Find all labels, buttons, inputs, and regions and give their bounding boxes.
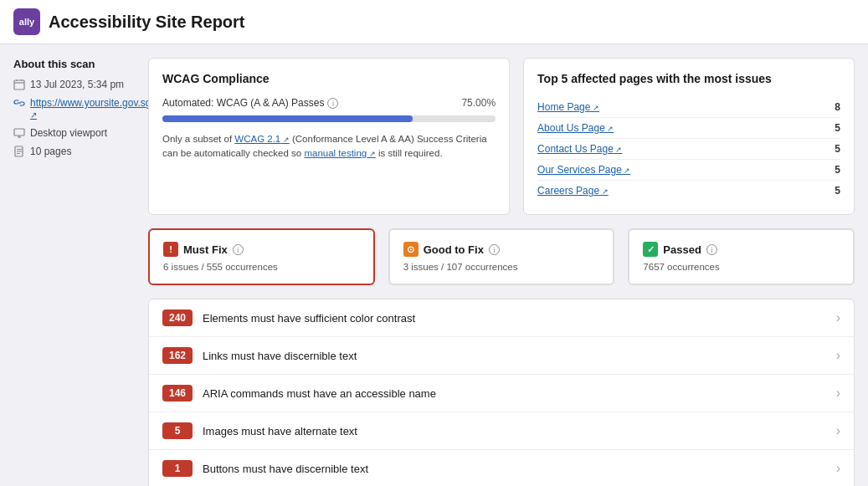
cat-icon-passed: ✓ (643, 242, 658, 257)
cat-info-icon-must-fix: i (233, 244, 244, 255)
issue-badge-2: 146 (162, 385, 193, 402)
page-row: Home Page8 (537, 97, 840, 118)
progress-bar-background (162, 115, 496, 122)
issue-row-0[interactable]: 240 Elements must have sufficient color … (149, 299, 854, 337)
progress-bar-fill (162, 115, 413, 122)
page-row: Careers Page5 (537, 181, 840, 201)
category-panel-must-fix[interactable]: ! Must Fix i 6 issues / 555 occurrences (148, 228, 375, 285)
page-count: 5 (835, 122, 840, 134)
cat-header: ⊙ Good to Fix i (403, 242, 600, 257)
wcag-panel-title: WCAG Compliance (162, 72, 496, 85)
cat-subtitle-passed: 7657 occurrences (643, 262, 840, 272)
monitor-icon (13, 127, 25, 139)
page-link[interactable]: Careers Page (537, 185, 609, 197)
page-count: 5 (835, 143, 840, 155)
main-layout: About this scan 13 Jul 2023, 5:34 pm (0, 44, 868, 486)
page-link[interactable]: Our Services Page (537, 164, 630, 176)
category-panels: ! Must Fix i 6 issues / 555 occurrences … (148, 228, 855, 285)
issue-row-2[interactable]: 146 ARIA commands must have an accessibl… (149, 375, 854, 412)
issue-text-4: Buttons must have discernible text (203, 463, 826, 475)
chevron-right-icon-0: › (836, 310, 840, 325)
page-row: About Us Page5 (537, 118, 840, 139)
cat-title-good-to-fix: Good to Fix (424, 243, 484, 256)
issue-badge-3: 5 (162, 422, 193, 439)
issue-row-1[interactable]: 162 Links must have discernible text › (149, 337, 854, 375)
category-panel-good-to-fix[interactable]: ⊙ Good to Fix i 3 issues / 107 occurrenc… (388, 228, 615, 285)
page-count: 8 (835, 101, 840, 113)
cat-title-passed: Passed (663, 243, 701, 256)
manual-testing-link[interactable]: manual testing (304, 148, 375, 158)
issue-badge-4: 1 (162, 460, 193, 477)
page-link[interactable]: About Us Page (537, 122, 614, 134)
doc-icon (13, 146, 25, 157)
chevron-right-icon-4: › (836, 461, 840, 476)
sidebar: About this scan 13 Jul 2023, 5:34 pm (13, 58, 135, 486)
page-link[interactable]: Home Page (537, 101, 599, 113)
sidebar-url[interactable]: https://www.yoursite.gov.sg/ (13, 97, 135, 120)
cat-subtitle-good-to-fix: 3 issues / 107 occurrences (403, 262, 600, 272)
cat-info-icon-good-to-fix: i (489, 244, 500, 255)
issues-list: 240 Elements must have sufficient color … (148, 299, 855, 486)
cat-subtitle-must-fix: 6 issues / 555 occurrences (163, 262, 360, 272)
cat-icon-good-to-fix: ⊙ (403, 242, 419, 257)
chevron-right-icon-2: › (836, 386, 840, 401)
wcag-note: Only a subset of WCAG 2.1 (Conformance L… (162, 132, 496, 161)
page-link[interactable]: Contact Us Page (537, 143, 622, 155)
link-icon (13, 97, 25, 109)
category-panel-passed[interactable]: ✓ Passed i 7657 occurrences (628, 228, 855, 285)
sidebar-date: 13 Jul 2023, 5:34 pm (13, 79, 135, 90)
wcag-link[interactable]: WCAG 2.1 (234, 134, 289, 144)
progress-percentage: 75.00% (461, 97, 496, 109)
cat-header: ! Must Fix i (163, 242, 360, 257)
issue-badge-1: 162 (162, 347, 193, 364)
page-count: 5 (835, 164, 840, 176)
issue-text-1: Links must have discernible text (203, 350, 826, 362)
sidebar-viewport: Desktop viewport (13, 127, 135, 139)
page-row: Our Services Page5 (537, 160, 840, 181)
progress-info-icon: i (327, 98, 338, 109)
cat-icon-must-fix: ! (163, 242, 178, 257)
svg-rect-5 (14, 129, 24, 136)
top-pages-panel: Top 5 affected pages with the most issue… (523, 58, 855, 215)
page-row: Contact Us Page5 (537, 139, 840, 160)
issue-row-4[interactable]: 1 Buttons must have discernible text › (149, 450, 854, 486)
site-url-link[interactable]: https://www.yoursite.gov.sg/ (30, 97, 154, 120)
wcag-compliance-panel: WCAG Compliance Automated: WCAG (A & AA)… (148, 58, 510, 215)
issue-row-3[interactable]: 5 Images must have alternate text › (149, 412, 854, 450)
progress-label: Automated: WCAG (A & AA) Passes i (162, 97, 338, 109)
app-logo: ally (13, 8, 40, 35)
content-area: WCAG Compliance Automated: WCAG (A & AA)… (148, 58, 855, 486)
svg-rect-0 (14, 80, 24, 90)
cat-info-icon-passed: i (706, 244, 717, 255)
sidebar-title: About this scan (13, 58, 135, 70)
issue-badge-0: 240 (162, 310, 193, 326)
issue-text-3: Images must have alternate text (203, 425, 826, 437)
calendar-icon (13, 79, 25, 90)
top-pages-title: Top 5 affected pages with the most issue… (537, 72, 840, 85)
issue-text-0: Elements must have sufficient color cont… (203, 312, 826, 325)
cat-title-must-fix: Must Fix (183, 243, 228, 256)
sidebar-pages: 10 pages (13, 146, 135, 157)
top-pages-list: Home Page8About Us Page5Contact Us Page5… (537, 97, 840, 201)
chevron-right-icon-1: › (836, 348, 840, 363)
chevron-right-icon-3: › (836, 423, 840, 438)
progress-row: Automated: WCAG (A & AA) Passes i 75.00% (162, 97, 496, 109)
page-title: Accessibility Site Report (49, 13, 245, 32)
page-count: 5 (835, 185, 840, 197)
cat-header: ✓ Passed i (643, 242, 840, 257)
app-header: ally Accessibility Site Report (0, 0, 868, 44)
top-panels: WCAG Compliance Automated: WCAG (A & AA)… (148, 58, 855, 215)
issue-text-2: ARIA commands must have an accessible na… (203, 387, 826, 400)
